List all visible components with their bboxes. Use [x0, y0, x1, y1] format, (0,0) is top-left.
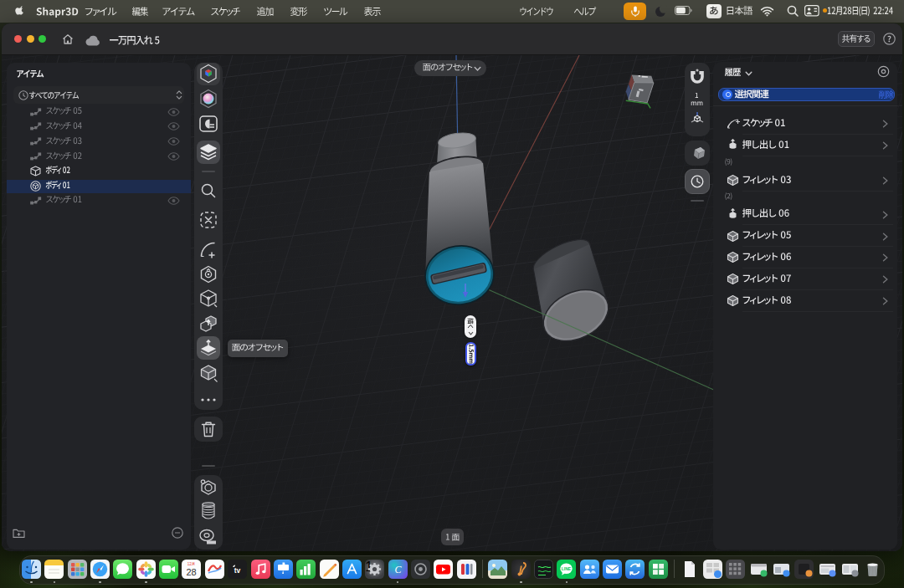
svg-text:C: C — [394, 564, 402, 575]
svg-text:12月: 12月 — [187, 562, 196, 566]
svg-text:28: 28 — [187, 566, 197, 576]
svg-text:LINE: LINE — [562, 566, 572, 571]
svg-text:tv: tv — [234, 565, 241, 574]
